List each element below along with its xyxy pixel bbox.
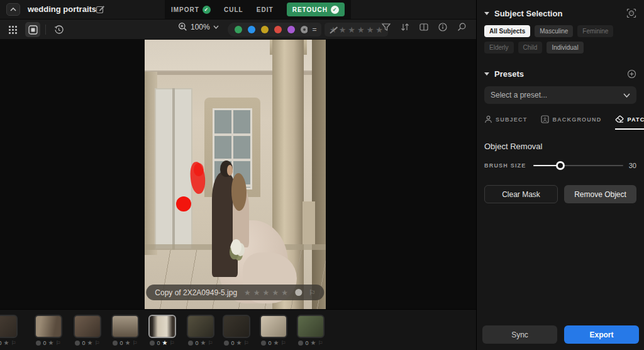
thumb-flag-icon[interactable]: ⚐ bbox=[208, 341, 213, 346]
photo-canvas[interactable]: Copy of 2X2A0949-5.jpg ★ ★ ★ ★ ★ ⚐ bbox=[145, 40, 326, 309]
export-button[interactable]: Export bbox=[564, 325, 639, 344]
chip-feminine[interactable]: Feminine bbox=[577, 25, 613, 37]
thumbnail-6-image[interactable] bbox=[187, 315, 214, 338]
rating-star-4[interactable]: ★ bbox=[272, 289, 279, 296]
color-dot-purple[interactable] bbox=[287, 26, 295, 33]
grid-view-button[interactable] bbox=[5, 22, 20, 37]
thumbnail-1-image[interactable] bbox=[0, 315, 18, 338]
panel-footer: Sync Export bbox=[482, 325, 639, 344]
chip-elderly[interactable]: Elderly bbox=[484, 42, 514, 54]
person-icon bbox=[484, 115, 492, 123]
rating-star-1[interactable]: ★ bbox=[244, 289, 251, 296]
thumbnail-9-badges: 0 ★ ⚐ bbox=[297, 340, 325, 346]
info-icon[interactable] bbox=[438, 22, 448, 32]
thumbnail-6-badges: 0 ★ ⚐ bbox=[187, 340, 214, 346]
thumb-color-dot[interactable] bbox=[188, 341, 193, 346]
thumb-star-icon[interactable]: ★ bbox=[310, 340, 316, 346]
add-preset-icon[interactable] bbox=[627, 69, 636, 79]
thumbnail-9-image[interactable] bbox=[297, 315, 325, 338]
tab-patch[interactable]: PATCH bbox=[615, 115, 644, 130]
star-1-icon[interactable]: ★ bbox=[339, 26, 347, 34]
compare-view-icon[interactable] bbox=[419, 22, 429, 32]
star-4-icon[interactable]: ★ bbox=[367, 26, 374, 34]
thumb-flag-icon[interactable]: ⚐ bbox=[55, 341, 60, 346]
thumb-star-icon[interactable]: ★ bbox=[87, 340, 92, 346]
slider-thumb[interactable] bbox=[556, 161, 565, 170]
thumb-star-icon[interactable]: ★ bbox=[48, 340, 53, 346]
step-cull[interactable]: CULL bbox=[224, 6, 243, 13]
thumb-color-dot[interactable] bbox=[261, 341, 266, 346]
chip-child[interactable]: Child bbox=[518, 42, 543, 54]
thumb-star-icon[interactable]: ★ bbox=[273, 340, 279, 346]
chip-all-subjects[interactable]: All Subjects bbox=[484, 25, 530, 37]
star-2-icon[interactable]: ★ bbox=[348, 26, 355, 34]
thumbnail-7-image[interactable] bbox=[223, 315, 250, 338]
color-dot-red[interactable] bbox=[274, 26, 282, 33]
right-panel: Subject Selection All Subjects Masculine… bbox=[476, 0, 644, 350]
collapse-button[interactable] bbox=[6, 3, 20, 16]
thumbnail-3-image[interactable] bbox=[74, 315, 101, 338]
thumb-flag-icon[interactable]: ⚐ bbox=[94, 341, 99, 346]
thumb-star-icon[interactable]: ★ bbox=[3, 340, 9, 346]
filter-funnel-icon[interactable] bbox=[381, 22, 391, 32]
thumb-flag-icon[interactable]: ⚐ bbox=[169, 341, 174, 346]
sync-button[interactable]: Sync bbox=[482, 325, 557, 344]
clear-mask-button[interactable]: Clear Mask bbox=[484, 185, 558, 203]
rating-equals-button[interactable]: = bbox=[308, 23, 321, 37]
thumbnail-5-image[interactable] bbox=[148, 315, 176, 338]
step-retouch[interactable]: RETOUCH ✓ bbox=[287, 3, 345, 16]
eraser-icon bbox=[615, 115, 624, 123]
face-detect-icon[interactable] bbox=[626, 8, 636, 18]
sort-icon[interactable] bbox=[400, 22, 410, 32]
zoom-control[interactable]: 100% bbox=[178, 22, 219, 31]
color-dot-yellow[interactable] bbox=[261, 26, 269, 33]
thumb-star-icon[interactable]: ★ bbox=[200, 340, 206, 346]
object-removal-title: Object Removal bbox=[484, 142, 636, 151]
thumb-flag-icon[interactable]: ⚐ bbox=[11, 341, 16, 346]
thumb-star-icon[interactable]: ★ bbox=[162, 340, 167, 346]
thumbnail-8-image[interactable] bbox=[260, 315, 287, 338]
edit-pencil-icon[interactable] bbox=[96, 4, 105, 14]
thumb-flag-icon[interactable]: ⚐ bbox=[243, 341, 248, 346]
star-3-icon[interactable]: ★ bbox=[357, 26, 365, 34]
history-button[interactable] bbox=[51, 22, 66, 37]
remove-object-button[interactable]: Remove Object bbox=[564, 185, 636, 203]
flag-icon[interactable]: ⚐ bbox=[309, 289, 316, 296]
thumb-flag-icon[interactable]: ⚐ bbox=[318, 341, 323, 346]
step-edit[interactable]: EDIT bbox=[257, 6, 274, 13]
thumb-color-dot[interactable] bbox=[113, 341, 118, 346]
thumb-flag-icon[interactable]: ⚐ bbox=[280, 341, 286, 346]
single-view-button[interactable] bbox=[25, 22, 40, 37]
step-import[interactable]: IMPORT ✓ bbox=[171, 6, 211, 14]
color-label-dot[interactable] bbox=[295, 289, 302, 296]
preset-dropdown[interactable]: Select a preset... bbox=[484, 86, 636, 104]
tab-subject[interactable]: SUBJECT bbox=[484, 115, 527, 128]
thumb-color-dot[interactable] bbox=[36, 341, 41, 346]
tab-background[interactable]: BACKGROUND bbox=[541, 115, 601, 128]
grid-icon bbox=[9, 26, 17, 34]
chip-masculine[interactable]: Masculine bbox=[535, 25, 573, 37]
rating-star-2[interactable]: ★ bbox=[253, 289, 260, 296]
color-dot-blue[interactable] bbox=[248, 26, 255, 33]
thumb-color-dot[interactable] bbox=[224, 341, 229, 346]
thumbnail-2-image[interactable] bbox=[35, 315, 62, 338]
star-rating-filter: ★ ★ ★ ★ ★ ★ bbox=[325, 23, 388, 37]
thumb-star-icon[interactable]: ★ bbox=[125, 340, 130, 346]
thumb-star-icon[interactable]: ★ bbox=[236, 340, 242, 346]
subject-selection-header[interactable]: Subject Selection bbox=[484, 8, 636, 18]
rating-star-5[interactable]: ★ bbox=[281, 289, 288, 296]
color-dot-green[interactable] bbox=[235, 26, 242, 33]
brush-size-slider[interactable] bbox=[533, 161, 623, 170]
chip-individual[interactable]: Individual bbox=[547, 42, 583, 54]
rating-star-3[interactable]: ★ bbox=[263, 289, 270, 296]
preset-placeholder: Select a preset... bbox=[491, 91, 623, 99]
thumb-color-dot[interactable] bbox=[150, 341, 155, 346]
presets-header[interactable]: Presets bbox=[484, 69, 636, 79]
filmstrip: 0 ★ ⚐ 0 ★ ⚐ 0 ★ bbox=[0, 309, 476, 350]
thumb-color-dot[interactable] bbox=[298, 341, 303, 346]
thumb-color-dot[interactable] bbox=[75, 341, 80, 346]
loupe-icon[interactable] bbox=[457, 22, 467, 32]
star-none-icon[interactable]: ★ bbox=[330, 26, 337, 34]
thumbnail-4-image[interactable] bbox=[111, 315, 139, 338]
thumb-flag-icon[interactable]: ⚐ bbox=[132, 341, 137, 346]
